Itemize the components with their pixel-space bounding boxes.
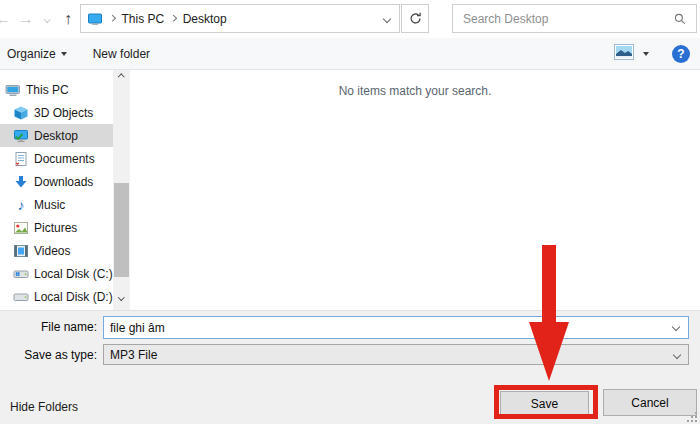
refresh-icon: [407, 11, 423, 27]
type-dropdown-chevron-icon: [673, 350, 681, 358]
command-toolbar: Organize New folder ?: [0, 38, 700, 70]
sidebar-item-music[interactable]: ♪ Music: [0, 193, 113, 216]
magnifier-icon: [672, 11, 688, 27]
breadcrumb-separator-icon: [109, 15, 115, 21]
navigation-bar: ← → ↑ This PC Desktop: [0, 0, 700, 38]
nav-buttons: ← → ↑: [0, 0, 80, 38]
refresh-button[interactable]: [401, 4, 429, 33]
sidebar-item-desktop[interactable]: Desktop: [0, 124, 113, 147]
desktop-location-icon: [87, 11, 103, 27]
sidebar-item-label: This PC: [26, 83, 69, 97]
videos-icon: [13, 243, 29, 259]
file-name-input[interactable]: [103, 316, 689, 339]
sidebar-item-label: Videos: [34, 244, 70, 258]
save-button[interactable]: Save: [500, 391, 589, 416]
sidebar-item-downloads[interactable]: Downloads: [0, 170, 113, 193]
cube-icon: [13, 105, 29, 121]
sidebar-item-label: Documents: [34, 152, 95, 166]
sidebar-item-local-disk-d[interactable]: Local Disk (D:): [0, 285, 113, 308]
view-options-caret-icon[interactable]: [643, 52, 649, 56]
computer-icon: [5, 82, 21, 98]
thumbnail-view-icon[interactable]: [614, 44, 634, 63]
disk-icon: [13, 289, 29, 305]
hide-folders-button[interactable]: Hide Folders: [8, 397, 80, 417]
sidebar-scrollbar[interactable]: [113, 70, 130, 310]
download-arrow-icon: [13, 174, 29, 190]
scroll-up-icon[interactable]: [113, 70, 130, 84]
breadcrumb-this-pc[interactable]: This PC: [122, 12, 165, 26]
sidebar-item-pictures[interactable]: Pictures: [0, 216, 113, 239]
forward-arrow-icon[interactable]: →: [14, 11, 38, 27]
save-as-type-label: Save as type:: [0, 348, 97, 362]
search-input[interactable]: [461, 11, 672, 27]
sidebar-item-label: Downloads: [34, 175, 93, 189]
sidebar-item-label: Local Disk (D:): [34, 290, 113, 304]
save-as-type-select[interactable]: MP3 File: [103, 344, 689, 365]
sidebar-item-this-pc[interactable]: This PC: [0, 78, 113, 101]
scroll-down-icon[interactable]: [113, 290, 130, 304]
sidebar-item-label: 3D Objects: [34, 106, 93, 120]
file-name-label: File name:: [0, 320, 97, 334]
help-icon[interactable]: ?: [672, 45, 690, 63]
sidebar-item-label: Desktop: [34, 129, 78, 143]
sidebar-item-label: Pictures: [34, 221, 77, 235]
resize-grip[interactable]: [687, 411, 698, 422]
caret-down-icon: [61, 52, 67, 56]
save-as-type-value: MP3 File: [110, 348, 157, 362]
breadcrumb-separator-icon: [170, 15, 176, 21]
desktop-icon: [13, 128, 29, 144]
save-as-dialog: ← → ↑ This PC Desktop: [0, 0, 700, 424]
breadcrumb-desktop[interactable]: Desktop: [183, 12, 227, 26]
sidebar-item-label: Music: [34, 198, 65, 212]
organize-menu-button[interactable]: Organize: [2, 43, 72, 65]
documents-icon: [13, 151, 29, 167]
address-dropdown-chevron-icon[interactable]: [383, 14, 391, 22]
up-arrow-icon[interactable]: ↑: [56, 11, 80, 27]
sidebar-item-3d-objects[interactable]: 3D Objects: [0, 101, 113, 124]
sidebar-item-label: Local Disk (C:): [34, 267, 113, 281]
file-list-area[interactable]: No items match your search.: [130, 70, 700, 310]
navigation-pane: This PC 3D Objects Desktop Documents: [0, 70, 113, 310]
sidebar-item-videos[interactable]: Videos: [0, 239, 113, 262]
save-options-panel: File name: Save as type: MP3 File Hide F…: [0, 310, 700, 424]
organize-label: Organize: [7, 47, 56, 61]
music-note-icon: ♪: [13, 197, 29, 213]
sidebar-item-documents[interactable]: Documents: [0, 147, 113, 170]
dialog-body: This PC 3D Objects Desktop Documents: [0, 70, 700, 310]
address-bar[interactable]: This PC Desktop: [80, 4, 400, 33]
cancel-button[interactable]: Cancel: [603, 389, 697, 416]
new-folder-label: New folder: [93, 47, 150, 61]
sidebar-item-local-disk-c[interactable]: Local Disk (C:): [0, 262, 113, 285]
back-arrow-icon[interactable]: ←: [0, 11, 14, 27]
recent-locations-chevron-icon[interactable]: [38, 17, 56, 22]
empty-search-message: No items match your search.: [130, 84, 700, 98]
search-field[interactable]: [452, 4, 697, 33]
disk-windows-icon: [13, 266, 29, 282]
pictures-icon: [13, 220, 29, 236]
scrollbar-thumb[interactable]: [114, 183, 129, 277]
new-folder-button[interactable]: New folder: [88, 43, 155, 65]
